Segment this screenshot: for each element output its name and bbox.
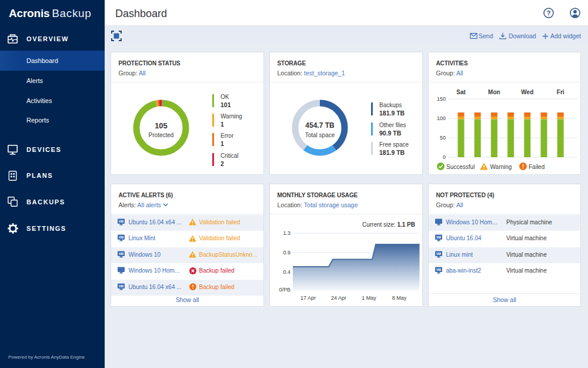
svg-text:VM: VM (119, 284, 124, 287)
svg-text:VM: VM (436, 236, 442, 239)
svg-text:VM: VM (119, 236, 124, 239)
svg-text:VM: VM (436, 268, 442, 271)
svg-text:VM: VM (119, 251, 124, 255)
svg-text:VM: VM (436, 251, 442, 255)
svg-text:?: ? (546, 9, 550, 16)
svg-text:VM: VM (119, 219, 124, 223)
